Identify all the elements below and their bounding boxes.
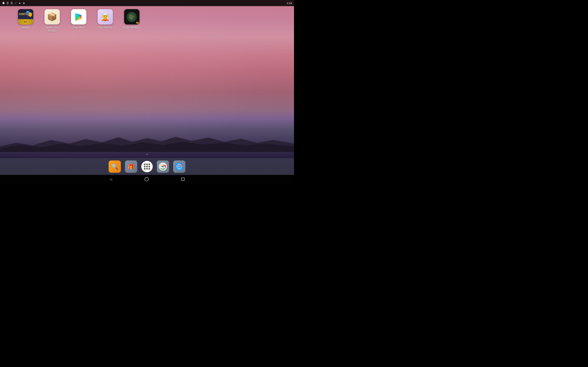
pubg-icon-bg: 🪖 G bbox=[124, 9, 139, 25]
home-button[interactable] bbox=[145, 177, 149, 181]
app-grid: STAR WARS 🎭 EA Heroes 📦 Native Libs Moni… bbox=[16, 9, 141, 33]
app-label-playstore: Play Store bbox=[73, 26, 84, 29]
dot bbox=[148, 166, 150, 167]
back-button[interactable]: ◁ bbox=[109, 177, 112, 181]
geo-icon bbox=[175, 163, 183, 170]
dot bbox=[144, 166, 146, 167]
soul-icon-bg: 🧝 bbox=[98, 9, 113, 25]
dock: 🔍 🎁 bbox=[0, 158, 294, 175]
a-letter-icon: A bbox=[22, 2, 25, 4]
star-particle bbox=[225, 37, 225, 37]
dot bbox=[148, 164, 150, 165]
star-particle bbox=[153, 92, 154, 92]
svg-point-3 bbox=[162, 166, 164, 167]
phone-icon bbox=[6, 2, 9, 4]
status-bar: ✓ ▶ A 2:24 bbox=[0, 0, 294, 6]
mountains bbox=[0, 133, 294, 152]
heroes-icon-bottom: EA bbox=[18, 19, 33, 25]
app-icon-heroes[interactable]: STAR WARS 🎭 EA bbox=[18, 9, 33, 25]
star-particle bbox=[184, 57, 184, 58]
pubg-circle: 🪖 bbox=[127, 12, 137, 22]
dock-search[interactable]: 🔍 bbox=[109, 160, 121, 173]
dot bbox=[144, 164, 146, 165]
app-item-pubg[interactable]: 🪖 G PUBG MOBILE bbox=[122, 9, 141, 33]
chrome-icon bbox=[159, 162, 167, 171]
nlm-icon-bg: 📦 bbox=[44, 9, 60, 25]
app-label-soul-destiny: Soul Destiny bbox=[98, 26, 112, 29]
recents-button[interactable] bbox=[181, 178, 185, 181]
dot bbox=[148, 168, 150, 170]
search-icon: 🔍 bbox=[111, 163, 118, 170]
app-icon-playstore[interactable] bbox=[71, 9, 86, 25]
nlm-box-emoji: 📦 bbox=[47, 12, 57, 22]
app-label-pubg: PUBG MOBILE bbox=[123, 26, 140, 29]
dock-chrome[interactable] bbox=[157, 160, 169, 173]
dock-app-drawer[interactable] bbox=[141, 161, 153, 172]
nav-bar: ◁ bbox=[0, 175, 294, 184]
app-drawer-hint[interactable]: ^ bbox=[146, 153, 148, 157]
svg-point-10 bbox=[180, 165, 181, 165]
heroes-char: 🎭 bbox=[25, 10, 33, 17]
star-particle bbox=[41, 65, 41, 66]
dock-toolbox[interactable]: 🎁 bbox=[125, 160, 137, 173]
app-icon-pubg[interactable]: 🪖 G bbox=[124, 9, 139, 25]
status-time: 2:24 bbox=[287, 2, 292, 5]
app-label-heroes: Heroes bbox=[22, 26, 30, 29]
app-item-soul-destiny[interactable]: 🧝 Soul Destiny bbox=[96, 9, 114, 33]
check-icon: ✓ bbox=[14, 2, 17, 4]
phone2-icon bbox=[10, 2, 13, 4]
dot bbox=[146, 166, 148, 167]
app-item-nlm[interactable]: 📦 Native Libs Monitor bbox=[43, 9, 61, 33]
app-label-nlm: Native Libs Monitor bbox=[43, 26, 61, 33]
android-icon bbox=[2, 2, 5, 4]
app-item-heroes[interactable]: STAR WARS 🎭 EA Heroes bbox=[16, 9, 35, 33]
status-icons-left: ✓ ▶ A bbox=[2, 2, 25, 4]
soul-emoji: 🧝 bbox=[101, 13, 110, 21]
toolbox-icon: 🎁 bbox=[128, 164, 134, 170]
star-particle bbox=[61, 41, 62, 41]
star-particle bbox=[265, 82, 266, 82]
app-item-playstore[interactable]: Play Store bbox=[69, 9, 88, 33]
heroes-ea-text: EA bbox=[24, 21, 27, 23]
heroes-icon-top: STAR WARS 🎭 bbox=[18, 9, 33, 19]
playstore-icon-bg bbox=[71, 9, 86, 25]
playstore-svg bbox=[73, 12, 84, 22]
star-particle bbox=[122, 71, 123, 72]
forward-icon: ▶ bbox=[18, 2, 21, 4]
app-icon-nlm[interactable]: 📦 bbox=[44, 9, 60, 25]
dots-grid-icon bbox=[144, 164, 150, 170]
dock-geo-browser[interactable] bbox=[173, 160, 185, 173]
pubg-badge: G bbox=[136, 22, 138, 24]
dot bbox=[146, 164, 148, 165]
heroes-icon-bg: STAR WARS 🎭 EA bbox=[18, 9, 33, 25]
app-icon-soul-destiny[interactable]: 🧝 bbox=[98, 9, 113, 25]
dot bbox=[144, 168, 146, 170]
dot bbox=[146, 168, 148, 170]
